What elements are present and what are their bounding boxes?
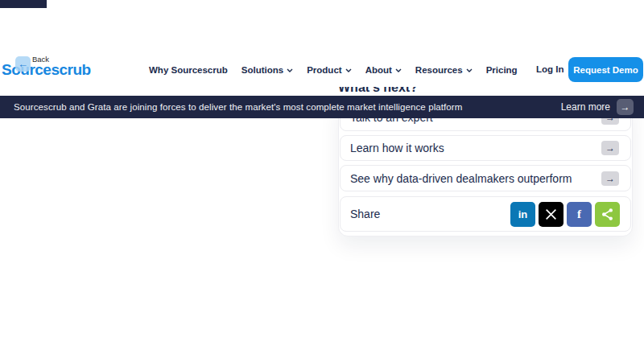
share-linkedin-button[interactable]: in [510,202,535,227]
share-facebook-button[interactable]: f [567,202,592,227]
linkedin-icon: in [518,208,528,220]
nav-label: Pricing [486,65,518,75]
nav-item-about[interactable]: About [365,65,402,75]
announcement-banner: Sourcescrub and Grata are joining forces… [0,96,644,118]
nav-label: Why Sourcescrub [149,65,228,75]
x-icon [545,208,557,220]
main-nav: Why Sourcescrub Solutions Product About … [149,64,518,76]
share-nodes-icon [601,208,614,221]
announcement-message: Sourcescrub and Grata are joining forces… [14,102,561,112]
nav-item-pricing[interactable]: Pricing [486,65,518,75]
back-button[interactable]: ← Back [15,56,49,72]
nav-label: About [365,65,392,75]
nav-label: Solutions [242,65,283,75]
nav-item-why-sourcescrub[interactable]: Why Sourcescrub [149,65,228,75]
chevron-down-icon [395,68,402,72]
chevron-down-icon [345,68,352,72]
learn-more-button[interactable]: Learn more → [561,99,634,115]
arrow-right-button[interactable]: → [601,171,619,186]
chevron-down-icon [466,68,473,72]
nav-label: Resources [415,65,463,75]
chevron-down-icon [287,68,293,72]
facebook-icon: f [577,208,581,221]
login-link[interactable]: Log In [536,64,564,74]
arrow-left-icon: ← [15,56,31,72]
next-step-label: Learn how it works [341,142,601,154]
arrow-right-button[interactable]: → [601,141,619,155]
next-step-item-dealmakers-outperform[interactable]: See why data-driven dealmakers outperfor… [340,165,631,191]
back-label: Back [32,55,49,64]
nav-item-resources[interactable]: Resources [415,65,473,75]
learn-more-label: Learn more [561,101,610,113]
nav-item-solutions[interactable]: Solutions [242,65,293,75]
share-label: Share [341,208,510,220]
share-buttons: in f [510,202,630,227]
nav-label: Product [307,65,341,75]
request-demo-button[interactable]: Request Demo [568,57,643,82]
nav-item-product[interactable]: Product [307,65,351,75]
share-row: Share in f [340,196,631,232]
top-left-banner-fragment [0,0,47,8]
arrow-right-icon: → [617,99,634,115]
share-x-button[interactable] [539,202,564,227]
next-step-label: See why data-driven dealmakers outperfor… [341,172,601,185]
share-generic-button[interactable] [595,202,620,227]
next-step-item-learn-how-it-works[interactable]: Learn how it works → [340,135,631,161]
